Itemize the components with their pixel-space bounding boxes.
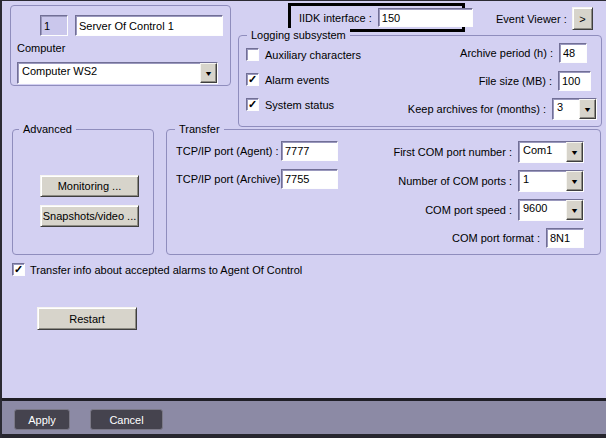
file-size-field[interactable]	[558, 71, 591, 91]
computer-label: Computer	[17, 42, 65, 54]
advanced-title: Advanced	[19, 122, 76, 136]
server-id-field[interactable]	[40, 15, 68, 36]
computer-select-dropdown-button[interactable]: ▼	[200, 63, 217, 83]
monitoring-button[interactable]: Monitoring ...	[40, 175, 139, 197]
transfer-info-label: Transfer info about accepted alarms to A…	[30, 264, 302, 276]
apply-button[interactable]: Apply	[14, 409, 70, 430]
file-size-label: File size (MB) :	[479, 75, 552, 87]
alarm-events-label: Alarm events	[265, 74, 329, 86]
dropdown-arrow-icon: ▼	[204, 70, 213, 77]
tcp-port-archive-label: TCP/IP port (Archive) :	[176, 173, 286, 185]
identity-group: Computer Computer WS2 ▼	[10, 5, 231, 86]
tcp-port-archive-field[interactable]	[281, 169, 338, 189]
first-com-port-select-value: Com1	[519, 142, 566, 162]
transfer-info-checkbox[interactable]: ✓	[12, 263, 25, 276]
archive-period-label: Archive period (h) :	[460, 47, 553, 59]
archive-period-field[interactable]	[559, 43, 587, 63]
server-settings-panel: Computer Computer WS2 ▼ IIDK interface :…	[0, 0, 606, 438]
alarm-events-checkbox[interactable]: ✓	[246, 73, 259, 86]
keep-archives-select-value: 3	[553, 99, 579, 119]
dropdown-arrow-icon: ▼	[583, 106, 592, 113]
com-port-format-label: COM port format :	[452, 232, 540, 244]
server-name-field[interactable]	[75, 15, 223, 36]
first-com-port-dropdown-button[interactable]: ▼	[566, 142, 583, 162]
number-com-ports-label: Number of COM ports :	[398, 175, 512, 187]
first-com-port-label: First COM port number :	[393, 146, 512, 158]
com-port-speed-select[interactable]: 9600 ▼	[518, 199, 584, 221]
keep-archives-dropdown-button[interactable]: ▼	[579, 99, 596, 119]
com-port-speed-dropdown-button[interactable]: ▼	[566, 200, 583, 220]
iidk-interface-label: IIDK interface :	[299, 12, 372, 24]
cancel-button[interactable]: Cancel	[90, 409, 163, 430]
restart-button[interactable]: Restart	[37, 307, 137, 330]
keep-archives-select[interactable]: 3 ▼	[552, 98, 597, 120]
auxiliary-characters-label: Auxiliary characters	[265, 49, 361, 61]
system-status-checkbox[interactable]: ✓	[246, 98, 259, 111]
transfer-group: Transfer TCP/IP port (Agent) : TCP/IP po…	[166, 129, 601, 255]
snapshots-video-button[interactable]: Snapshots/video ...	[40, 205, 139, 227]
event-viewer-button[interactable]: >	[572, 7, 593, 30]
transfer-title: Transfer	[175, 122, 224, 136]
advanced-group: Advanced Monitoring ... Snapshots/video …	[12, 129, 154, 255]
com-port-speed-label: COM port speed :	[425, 204, 512, 216]
iidk-interface-field[interactable]	[378, 8, 473, 27]
number-com-ports-dropdown-button[interactable]: ▼	[566, 171, 583, 191]
first-com-port-select[interactable]: Com1 ▼	[518, 141, 584, 163]
footer-bar: Apply Cancel	[2, 401, 606, 434]
logging-subsystem-title: Logging subsystem	[247, 28, 350, 42]
system-status-label: System status	[265, 99, 334, 111]
com-port-format-field[interactable]	[546, 228, 584, 248]
dropdown-arrow-icon: ▼	[570, 149, 579, 156]
logging-subsystem-group: Logging subsystem Auxiliary characters ✓…	[238, 35, 602, 127]
tcp-port-agent-label: TCP/IP port (Agent) :	[176, 145, 279, 157]
tcp-port-agent-field[interactable]	[281, 141, 338, 161]
com-port-speed-select-value: 9600	[519, 200, 566, 220]
number-com-ports-select[interactable]: 1 ▼	[518, 170, 584, 192]
dropdown-arrow-icon: ▼	[570, 178, 579, 185]
auxiliary-characters-checkbox[interactable]	[246, 48, 259, 61]
event-viewer-label: Event Viewer :	[496, 13, 566, 25]
computer-select[interactable]: Computer WS2 ▼	[17, 62, 218, 84]
bottom-edge-strip	[2, 434, 606, 438]
keep-archives-label: Keep archives for (months) :	[408, 103, 546, 115]
dropdown-arrow-icon: ▼	[570, 207, 579, 214]
number-com-ports-select-value: 1	[519, 171, 566, 191]
computer-select-value: Computer WS2	[18, 63, 200, 83]
